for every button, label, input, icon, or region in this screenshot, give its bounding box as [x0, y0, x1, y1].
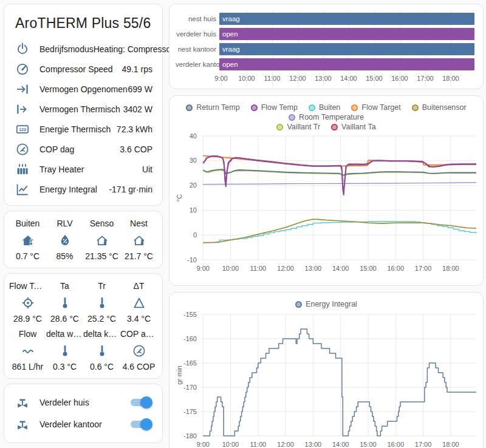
glance-item[interactable]: Nest21.7 °C	[120, 219, 157, 262]
glance-value: 861 L/hr	[12, 362, 43, 372]
series-room-temperature	[203, 183, 476, 185]
entity-row[interactable]: Compressor Speed49.1 rps	[14, 59, 152, 79]
glance-label: delta kanto…	[83, 329, 120, 339]
glance-label: COP actueel	[120, 329, 157, 339]
legend-marker	[412, 104, 419, 111]
legend-item[interactable]: Return Temp	[186, 103, 239, 112]
legend-item[interactable]: Flow Temp	[251, 103, 298, 112]
glance-label: Nest	[130, 219, 148, 229]
legend-item[interactable]: Buitensensor	[412, 103, 467, 112]
entity-label: Vermogen Thermisch	[39, 104, 120, 114]
legend-marker	[186, 104, 193, 111]
switch-rows: Verdeler huisVerdeler kantoor	[14, 392, 152, 435]
glance-row: Flow861 L/hrdelta woon…0.3 °Cdelta kanto…	[9, 329, 157, 372]
x-tick-label: 16:00	[388, 441, 405, 448]
glance-item[interactable]: delta woon…0.3 °C	[46, 329, 83, 372]
entity-row[interactable]: Energy Integral-171 gr·min	[14, 179, 152, 199]
legend-item[interactable]: Vaillant Tr	[276, 123, 320, 131]
glance-value: 4.6 COP	[123, 362, 156, 372]
x-tick-label: 14:00	[340, 75, 357, 82]
entity-row[interactable]: Vermogen Thermisch3402 W	[14, 99, 152, 119]
glance-label: delta woon…	[46, 329, 83, 339]
energy-chart-card: Energy Integral-155-160-165-170-175-1809…	[169, 292, 484, 448]
switch-label: Verdeler kantoor	[39, 419, 102, 429]
y-tick-label: -165	[183, 359, 197, 367]
y-tick-label: -170	[183, 384, 197, 391]
delta-icon	[132, 296, 146, 310]
y-tick-label: -160	[183, 335, 197, 342]
x-tick-label: 14:00	[332, 441, 349, 448]
glance-label: Tr	[98, 281, 106, 291]
glance-item[interactable]: Senso21.35 °C	[83, 219, 120, 262]
glance-item[interactable]: Flow Target28.9 °C	[9, 281, 46, 324]
legend-item[interactable]: Buiten	[309, 103, 340, 112]
glance-item[interactable]: ΔT3.4 °C	[120, 281, 157, 324]
x-tick-label: 10:00	[222, 441, 239, 448]
glance-label: Buiten	[16, 219, 40, 229]
legend-item[interactable]: Vaillant Ta	[331, 123, 376, 131]
glance-item[interactable]: Ta28.6 °C	[46, 281, 83, 324]
energy-integral-plot[interactable]: -155-160-165-170-175-1809:0010:0011:0012…	[174, 308, 478, 448]
legend-item[interactable]: Flow Target	[351, 103, 400, 112]
entity-row[interactable]: Vermogen Opgenomen699 W	[14, 79, 152, 99]
timeline-bar[interactable]: vraag	[219, 13, 474, 25]
legend-item[interactable]: Energy Integral	[295, 300, 357, 308]
legend-marker	[309, 104, 315, 111]
entity-label: Energy Integral	[39, 185, 97, 194]
series-vaillant-tr	[203, 170, 476, 175]
glance-value: 21.7 °C	[125, 251, 153, 262]
timeline-bars: vraagopenvraagopen	[219, 13, 474, 70]
x-tick-label: 15:00	[360, 441, 377, 448]
entity-value: 49.1 rps	[122, 64, 152, 74]
toggle-switch[interactable]	[129, 396, 152, 409]
timeline-row-label: nest kantoor	[176, 43, 219, 55]
temperature-plot[interactable]: 403020100-109:0010:0011:0012:0013:0014:0…	[174, 131, 478, 280]
glance-item[interactable]: Tr25.2 °C	[83, 281, 120, 324]
timeline-bar[interactable]: open	[219, 58, 474, 70]
timeline-bar-label: open	[222, 30, 238, 38]
toggle-switch[interactable]	[129, 418, 152, 430]
x-tick-label: 15:00	[360, 265, 377, 272]
x-tick-label: 18:00	[442, 441, 459, 448]
glance-item[interactable]: COP actueel4.6 COP	[120, 329, 157, 372]
y-tick-label: 30	[190, 157, 197, 164]
entity-value: -171 gr·min	[109, 185, 152, 194]
timeline-plot: vraagopenvraagopen9:0010:0011:0012:0013:…	[219, 13, 474, 84]
glance-item[interactable]: Buiten0.7 °C	[9, 219, 46, 262]
glance-value: 3.4 °C	[127, 314, 151, 324]
entity-row[interactable]: 123Energie Thermisch72.3 kWh	[14, 119, 152, 139]
legend-label: Buiten	[319, 103, 340, 112]
entity-rows: BedrijfsmodusHeating: Compressor activeC…	[14, 39, 152, 199]
timeline-bar[interactable]: vraag	[219, 43, 474, 55]
x-tick-label: 12:00	[277, 265, 294, 272]
glance-card-flow: Flow Target28.9 °CTa28.6 °CTr25.2 °CΔT3.…	[4, 273, 163, 379]
radiator-icon	[15, 162, 30, 177]
x-tick-label: 11:00	[264, 75, 281, 82]
x-tick-label: 9:00	[196, 265, 209, 272]
x-tick-label: 10:00	[238, 75, 255, 82]
entity-row[interactable]: Tray HeaterUit	[14, 159, 152, 179]
glance-item[interactable]: Flow861 L/hr	[9, 329, 46, 372]
entity-label: Bedrijfsmodus	[39, 44, 94, 54]
gauge-icon	[15, 142, 30, 157]
legend-label: Energy Integral	[306, 300, 357, 308]
y-tick-label: 10	[190, 206, 197, 214]
legend-marker	[289, 114, 295, 121]
glance-item[interactable]: RLV85%	[46, 219, 83, 262]
glance-label: Flow	[19, 329, 37, 339]
entity-row[interactable]: COP dag3.6 COP	[14, 139, 152, 159]
glance-value: 21.35 °C	[85, 251, 118, 262]
x-tick-label: 13:00	[305, 441, 322, 448]
timeline-chart: nest huisverdeler huisnest kantoorverdel…	[176, 13, 474, 84]
timeline-bar[interactable]: open	[219, 28, 474, 40]
glance-item[interactable]: delta kanto…0.6 °C	[83, 329, 120, 372]
legend-item[interactable]: Room Temperature	[289, 113, 364, 121]
x-tick-label: 10:00	[222, 265, 239, 272]
legend-marker	[295, 301, 302, 308]
y-tick-label: -155	[183, 311, 197, 318]
x-tick-label: 18:00	[442, 75, 459, 82]
legend-label: Vaillant Ta	[341, 123, 376, 131]
timeline-bar-label: open	[222, 61, 238, 68]
glance-grid: Buiten0.7 °CRLV85%Senso21.35 °CNest21.7 …	[9, 219, 157, 262]
entity-row[interactable]: BedrijfsmodusHeating: Compressor active	[14, 39, 152, 59]
